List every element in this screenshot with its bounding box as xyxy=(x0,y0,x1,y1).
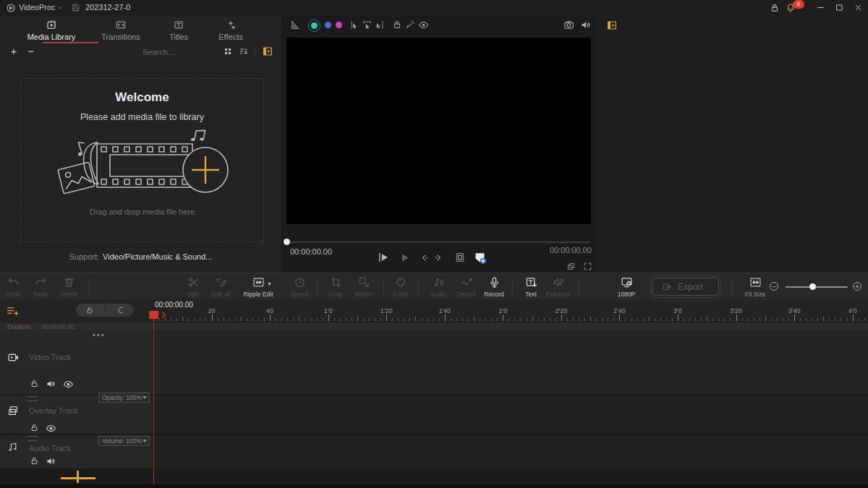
ruler-guide-icon[interactable] xyxy=(289,20,300,30)
current-timecode: 00:00:00.00 xyxy=(290,247,332,256)
previous-frame-icon[interactable] xyxy=(419,252,430,263)
video-track-lane[interactable] xyxy=(153,330,868,394)
dropdown-caret-icon[interactable]: ▾ xyxy=(268,281,271,287)
toolbar-delete-button[interactable]: Delete xyxy=(52,275,85,299)
play-from-start-icon[interactable] xyxy=(377,251,390,264)
mute-icon[interactable] xyxy=(580,20,591,30)
tracks-area: ••• Video Track Opacity: 100% Overlay Tr… xyxy=(0,330,868,468)
app-name[interactable]: VideoProc xyxy=(19,3,56,12)
add-media-button[interactable]: + xyxy=(7,43,20,59)
add-track-plus-icon[interactable] xyxy=(77,471,79,483)
fit-size-icon xyxy=(749,276,762,288)
search-input[interactable] xyxy=(141,44,220,60)
track-name: Audio Track xyxy=(29,444,71,453)
playhead-line[interactable] xyxy=(153,319,154,484)
play-icon[interactable] xyxy=(399,252,411,264)
next-frame-icon[interactable] xyxy=(433,252,444,263)
ruler-tick xyxy=(468,318,469,321)
snapshot-icon[interactable] xyxy=(563,20,574,30)
lock-icon[interactable] xyxy=(770,3,780,13)
toolbar-motion-button[interactable]: Motion xyxy=(347,275,380,299)
close-button[interactable] xyxy=(854,3,863,12)
track-visibility-icon[interactable] xyxy=(46,423,56,434)
add-track-icon[interactable] xyxy=(6,304,19,317)
marker-color-blue[interactable] xyxy=(325,22,331,28)
track-name: Video Track xyxy=(29,353,71,361)
zoom-in-button[interactable]: + xyxy=(853,282,861,291)
export-button[interactable]: Export xyxy=(652,278,719,296)
export-icon xyxy=(662,282,672,292)
track-name: Overlay Track xyxy=(29,406,78,415)
overlay-track-header[interactable]: Opacity: 100% Overlay Track xyxy=(0,395,153,434)
select-left-edge-icon[interactable] xyxy=(349,20,360,30)
track-mute-icon[interactable] xyxy=(46,456,56,466)
fullscreen-icon[interactable] xyxy=(583,262,592,271)
track-resize-handle[interactable] xyxy=(27,436,38,441)
video-preview[interactable] xyxy=(286,38,591,224)
add-to-timeline-icon[interactable] xyxy=(473,251,487,265)
ruler-tick xyxy=(386,314,387,321)
tab-media-library[interactable]: Media Library xyxy=(19,16,84,43)
ruler-label: 1'20 xyxy=(380,307,393,314)
chevron-down-icon[interactable] xyxy=(56,4,64,12)
overlay-track-lane[interactable] xyxy=(153,395,868,434)
zoom-out-button[interactable]: − xyxy=(770,282,778,291)
toolbar-ripple-edit-button[interactable]: ▾Ripple Edit xyxy=(242,275,275,299)
opacity-badge[interactable]: Opacity: 100% xyxy=(98,393,150,403)
toolbar-split-all-button[interactable]: Split all xyxy=(204,275,237,299)
remove-media-button[interactable]: − xyxy=(25,43,38,59)
toolbar-resolution-button[interactable]: 1080P xyxy=(610,275,643,299)
visibility-icon[interactable] xyxy=(418,20,429,30)
save-icon[interactable] xyxy=(71,3,80,12)
track-menu-dots[interactable]: ••• xyxy=(93,330,106,339)
audio-track-lane[interactable] xyxy=(153,435,868,468)
seek-bar[interactable] xyxy=(286,241,590,243)
preview-lock-icon[interactable] xyxy=(392,20,402,30)
detach-window-icon[interactable] xyxy=(566,262,576,271)
collapse-inspector-icon[interactable] xyxy=(606,20,618,31)
media-drop-zone[interactable]: Welcome Please add media file to library xyxy=(20,78,264,242)
collapse-library-icon[interactable] xyxy=(262,46,273,57)
toolbar-item-label: Extractor xyxy=(537,291,579,298)
toolbar-color-button[interactable]: Color xyxy=(384,275,417,299)
timeline-zoom-slider[interactable] xyxy=(786,286,848,288)
track-resize-handle[interactable] xyxy=(27,396,38,401)
track-visibility-icon[interactable] xyxy=(63,379,74,390)
seek-handle[interactable] xyxy=(284,239,290,245)
minimize-button[interactable] xyxy=(816,3,825,12)
toolbar-separator xyxy=(89,278,90,296)
track-lock-icon[interactable] xyxy=(30,423,39,432)
select-right-edge-icon[interactable] xyxy=(374,20,385,30)
crop-icon xyxy=(330,276,342,288)
marker-color-magenta[interactable] xyxy=(336,22,342,28)
track-lock-icon[interactable] xyxy=(30,456,39,466)
grab-frame-icon[interactable] xyxy=(454,252,466,263)
marker-color-cyan[interactable] xyxy=(308,20,320,32)
grid-view-icon[interactable] xyxy=(223,46,233,56)
toolbar-record-button[interactable]: Record xyxy=(477,275,511,299)
maximize-button[interactable] xyxy=(835,3,844,12)
sort-icon[interactable] xyxy=(239,46,249,56)
timeline-panel: 00:00:00.00 20401'01'201'402'02'202'403'… xyxy=(0,300,868,488)
ruler-tick xyxy=(847,318,848,321)
track-mute-icon[interactable] xyxy=(46,379,56,389)
playhead-marker[interactable] xyxy=(149,311,158,319)
clear-markers-icon[interactable] xyxy=(405,20,415,30)
toolbar-speed-button[interactable]: Speed xyxy=(283,275,316,299)
ruler-tick xyxy=(760,318,760,321)
ruler-tick xyxy=(247,318,247,321)
divider xyxy=(105,306,106,314)
tab-transitions[interactable]: Transitions xyxy=(88,16,153,43)
timeline-ruler[interactable]: 20401'01'201'402'02'202'403'03'203'404'0 xyxy=(153,300,868,322)
tab-effects[interactable]: Effects xyxy=(198,16,263,43)
timeline-lock-snap-toggle[interactable] xyxy=(76,304,134,317)
toolbar-fit-size-button[interactable]: Fit Size xyxy=(739,275,772,299)
volume-badge[interactable]: Volume: 100% xyxy=(98,436,150,446)
track-lock-icon[interactable] xyxy=(30,379,39,388)
select-clip-icon[interactable] xyxy=(362,20,373,30)
toolbar-extractor-button[interactable]: Extractor xyxy=(542,275,575,299)
audio-track-header[interactable]: Volume: 100% Audio Track xyxy=(0,435,153,468)
ruler-tick xyxy=(270,314,271,321)
video-track-header[interactable]: ••• Video Track xyxy=(0,330,153,394)
zoom-slider-handle[interactable] xyxy=(809,283,816,290)
